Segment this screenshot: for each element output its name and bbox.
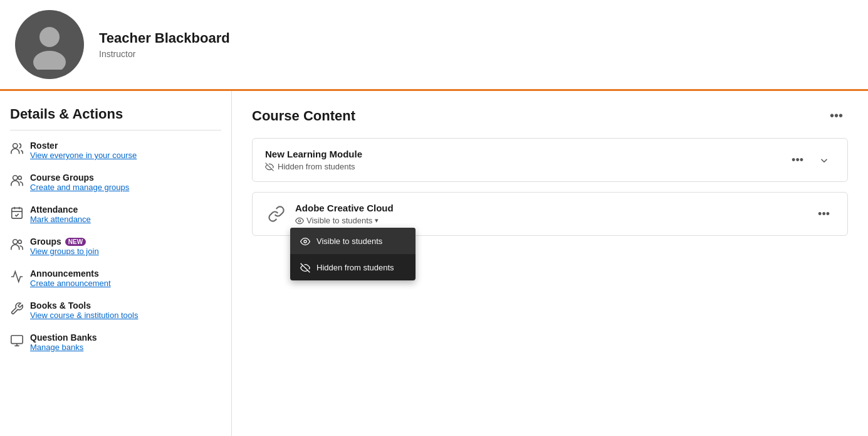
adobe-cc-card-left: Adobe Creative Cloud Visible to students	[265, 203, 394, 225]
books-tools-title: Books & Tools	[30, 300, 221, 311]
question-banks-title: Question Banks	[30, 332, 221, 343]
visibility-dropdown-menu: Visible to students	[290, 228, 416, 280]
avatar	[15, 10, 84, 79]
svg-rect-11	[11, 336, 23, 344]
announcements-title: Announcements	[30, 269, 221, 279]
sidebar-item-roster[interactable]: Roster View everyone in your course	[10, 141, 221, 160]
svg-point-1	[33, 51, 66, 70]
sidebar-title: Details & Actions	[10, 106, 221, 130]
course-groups-content: Course Groups Create and manage groups	[30, 173, 221, 192]
svg-point-0	[39, 27, 60, 47]
dropdown-item-hidden[interactable]: Hidden from students	[290, 254, 416, 280]
adobe-cc-more-button[interactable]: •••	[813, 205, 835, 223]
announcements-icon	[10, 270, 30, 284]
announcements-content: Announcements Create announcement	[30, 269, 221, 288]
sidebar-item-books-tools[interactable]: Books & Tools View course & institution …	[10, 300, 221, 320]
learning-module-card-right: •••	[787, 151, 835, 169]
question-banks-icon	[10, 334, 30, 348]
learning-module-expand-button[interactable]	[813, 151, 835, 169]
question-banks-content: Question Banks Manage banks	[30, 332, 221, 352]
attendance-content: Attendance Mark attendance	[30, 205, 221, 224]
adobe-cc-status: Visible to students	[295, 216, 394, 225]
dropdown-visible-label: Visible to students	[316, 237, 382, 246]
svg-point-3	[13, 176, 18, 180]
sidebar: Details & Actions Roster View everyone i…	[0, 91, 232, 436]
groups-icon	[10, 238, 30, 252]
announcements-link[interactable]: Create announcement	[30, 279, 221, 288]
visibility-selector-button[interactable]: Visible to students	[295, 216, 379, 225]
roster-icon	[10, 142, 30, 156]
books-tools-link[interactable]: View course & institution tools	[30, 311, 221, 320]
eye-slash-icon	[265, 162, 274, 171]
books-tools-icon	[10, 302, 30, 316]
svg-point-15	[298, 220, 301, 222]
groups-link[interactable]: View groups to join	[30, 247, 221, 256]
adobe-cc-icon	[265, 203, 288, 225]
learning-module-title: New Learning Module	[265, 149, 362, 159]
adobe-cc-card-right: •••	[813, 205, 835, 223]
svg-rect-5	[12, 208, 23, 219]
adobe-cc-title: Adobe Creative Cloud	[295, 203, 394, 213]
avatar-silhouette-icon	[24, 19, 75, 70]
sidebar-item-attendance[interactable]: Attendance Mark attendance	[10, 205, 221, 224]
page-header: Teacher Blackboard Instructor	[0, 0, 868, 91]
course-groups-title: Course Groups	[30, 173, 221, 183]
books-tools-content: Books & Tools View course & institution …	[30, 300, 221, 320]
adobe-cc-card-header: Adobe Creative Cloud Visible to students	[253, 193, 847, 235]
dropdown-hidden-icon	[300, 262, 310, 273]
roster-content: Roster View everyone in your course	[30, 141, 221, 160]
learning-module-status-text: Hidden from students	[278, 162, 355, 171]
content-area: Course Content ••• New Learning Module	[232, 91, 868, 436]
link-icon	[268, 205, 285, 223]
user-name: Teacher Blackboard	[99, 30, 230, 46]
adobe-cc-card: Adobe Creative Cloud Visible to students	[252, 192, 848, 236]
learning-module-card: New Learning Module Hidden from students	[252, 138, 848, 182]
attendance-icon	[10, 206, 30, 220]
dropdown-item-visible[interactable]: Visible to students	[290, 228, 416, 254]
svg-point-16	[304, 240, 306, 243]
dropdown-visible-icon	[300, 235, 310, 247]
course-groups-icon	[10, 174, 30, 188]
learning-module-info: New Learning Module Hidden from students	[265, 149, 362, 171]
content-title: Course Content	[252, 108, 355, 124]
question-banks-link[interactable]: Manage banks	[30, 343, 221, 352]
roster-title: Roster	[30, 141, 221, 151]
sidebar-item-announcements[interactable]: Announcements Create announcement	[10, 269, 221, 288]
dropdown-hidden-label: Hidden from students	[316, 263, 394, 272]
visibility-selector-label: Visible to students	[306, 216, 372, 225]
sidebar-item-question-banks[interactable]: Question Banks Manage banks	[10, 332, 221, 352]
content-header: Course Content •••	[252, 106, 848, 125]
groups-content: Groups NEW View groups to join	[30, 237, 221, 256]
svg-point-10	[18, 240, 22, 244]
roster-link[interactable]: View everyone in your course	[30, 151, 221, 160]
course-groups-link[interactable]: Create and manage groups	[30, 183, 221, 192]
adobe-cc-info: Adobe Creative Cloud Visible to students	[295, 203, 394, 225]
user-role: Instructor	[99, 49, 230, 59]
new-badge: NEW	[65, 238, 86, 246]
attendance-link[interactable]: Mark attendance	[30, 215, 221, 224]
learning-module-more-button[interactable]: •••	[787, 151, 808, 169]
eye-icon	[295, 216, 304, 225]
sidebar-item-groups[interactable]: Groups NEW View groups to join	[10, 237, 221, 256]
header-info: Teacher Blackboard Instructor	[99, 30, 230, 59]
main-layout: Details & Actions Roster View everyone i…	[0, 91, 868, 436]
content-more-options-button[interactable]: •••	[825, 106, 848, 125]
learning-module-card-left: New Learning Module Hidden from students	[265, 149, 362, 171]
learning-module-card-header: New Learning Module Hidden from students	[253, 139, 847, 181]
learning-module-status: Hidden from students	[265, 162, 362, 171]
svg-point-9	[13, 240, 18, 244]
svg-point-2	[13, 144, 18, 148]
visibility-dropdown-container: Visible to students	[295, 216, 379, 225]
sidebar-item-course-groups[interactable]: Course Groups Create and manage groups	[10, 173, 221, 192]
svg-point-4	[18, 176, 22, 180]
groups-title: Groups NEW	[30, 237, 221, 247]
attendance-title: Attendance	[30, 205, 221, 215]
